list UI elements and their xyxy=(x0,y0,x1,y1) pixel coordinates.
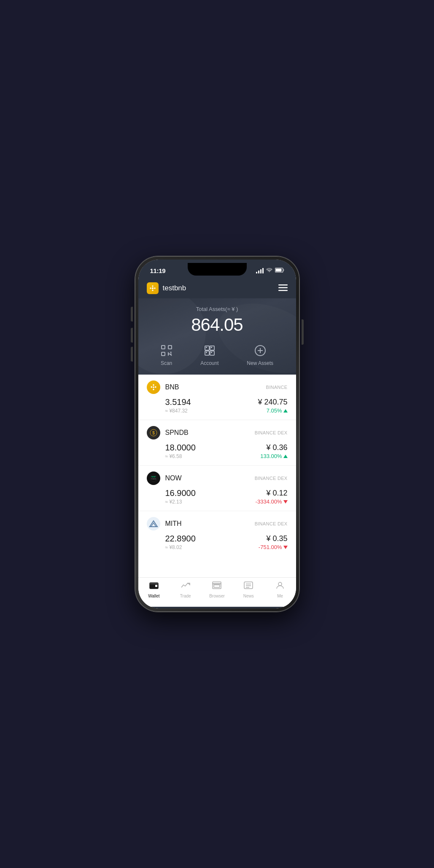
browser-icon xyxy=(212,581,221,592)
asset-item-now[interactable]: NOW TOKEN NOW BINANCE DEX 16.9000 ≈ ¥2.1… xyxy=(138,466,296,511)
trade-label: Trade xyxy=(180,594,191,598)
account-button[interactable]: Account xyxy=(200,345,218,366)
me-icon xyxy=(276,581,284,592)
svg-rect-1 xyxy=(275,268,281,271)
mith-cny: ≈ ¥8.02 xyxy=(165,544,196,550)
bnb-exchange: Binance xyxy=(266,385,288,390)
bnb-balance: 3.5194 xyxy=(165,397,191,407)
nav-news[interactable]: News xyxy=(233,581,264,598)
svg-rect-6 xyxy=(162,346,165,349)
svg-text:NOW: NOW xyxy=(151,476,156,478)
mith-change-arrow xyxy=(283,546,288,549)
spndb-change: 133.00% xyxy=(260,453,287,459)
svg-rect-34 xyxy=(214,585,220,587)
now-balance: 16.9000 xyxy=(165,488,196,498)
bnb-change: 7.05% xyxy=(258,407,287,414)
battery-icon xyxy=(275,268,284,274)
now-change: -3334.00% xyxy=(256,498,288,505)
svg-text:$: $ xyxy=(152,431,155,435)
total-amount: 864.05 xyxy=(147,315,288,335)
app-logo xyxy=(147,282,159,294)
spndb-icon: $ xyxy=(147,426,160,439)
new-assets-icon xyxy=(255,345,266,358)
svg-rect-17 xyxy=(206,347,207,348)
now-change-arrow xyxy=(283,500,288,504)
mith-change: -751.00% xyxy=(259,544,288,550)
account-name: testbnb xyxy=(163,284,186,292)
spndb-change-arrow xyxy=(283,455,288,458)
mith-price: ¥ 0.35 xyxy=(259,534,288,543)
wallet-label: Wallet xyxy=(148,594,159,598)
spndb-cny: ≈ ¥6.58 xyxy=(165,453,196,459)
account-icon xyxy=(204,345,215,358)
svg-rect-7 xyxy=(168,346,172,349)
spndb-price: ¥ 0.36 xyxy=(260,443,287,452)
svg-rect-5 xyxy=(278,290,288,291)
mith-balance: 22.8900 xyxy=(165,534,196,544)
svg-rect-31 xyxy=(155,585,157,587)
total-assets-label: Total Assets(≈ ¥ ) xyxy=(147,306,288,312)
svg-rect-19 xyxy=(206,352,207,353)
scan-button[interactable]: Scan xyxy=(161,345,172,366)
now-price: ¥ 0.12 xyxy=(256,489,288,498)
bnb-price: ¥ 240.75 xyxy=(258,398,287,407)
mith-name: MITH xyxy=(165,520,182,528)
bnb-change-arrow xyxy=(283,409,288,413)
browser-label: Browser xyxy=(209,594,225,598)
svg-rect-2 xyxy=(283,269,284,271)
nav-browser[interactable]: Browser xyxy=(201,581,233,598)
svg-point-21 xyxy=(255,346,265,356)
wifi-icon xyxy=(266,268,272,274)
svg-rect-30 xyxy=(150,583,158,584)
home-indicator xyxy=(138,607,296,608)
menu-button[interactable] xyxy=(278,284,288,292)
app-header: testbnb xyxy=(138,278,296,298)
svg-rect-33 xyxy=(213,582,221,584)
status-icons xyxy=(256,268,284,274)
svg-rect-3 xyxy=(278,284,288,286)
scan-icon xyxy=(161,345,172,358)
svg-rect-4 xyxy=(278,287,288,289)
now-icon: NOW TOKEN xyxy=(147,472,160,485)
news-icon xyxy=(244,581,253,592)
nav-me[interactable]: Me xyxy=(264,581,296,598)
new-assets-label: New Assets xyxy=(247,360,273,366)
news-label: News xyxy=(243,594,254,598)
scan-label: Scan xyxy=(161,360,172,366)
asset-item-spndb[interactable]: $ SPNDB BINANCE DEX 18.0000 ≈ ¥6.58 ¥ 0.… xyxy=(138,420,296,466)
trade-icon xyxy=(181,581,190,592)
bnb-name: BNB xyxy=(165,383,179,391)
hero-section: Total Assets(≈ ¥ ) 864.05 xyxy=(138,298,296,375)
mith-icon xyxy=(147,517,160,530)
bottom-nav: Wallet Trade xyxy=(138,577,296,607)
svg-rect-8 xyxy=(162,352,165,356)
header-left: testbnb xyxy=(147,282,186,294)
bnb-cny: ≈ ¥847.32 xyxy=(165,408,191,414)
now-exchange: BINANCE DEX xyxy=(255,476,288,481)
asset-list: BNB Binance 3.5194 ≈ ¥847.32 ¥ 240.75 7.… xyxy=(138,375,296,577)
spndb-name: SPNDB xyxy=(165,429,189,437)
mith-exchange: BINANCE DEX xyxy=(255,521,288,526)
signal-icon xyxy=(256,268,264,273)
hero-actions: Scan xyxy=(147,343,288,366)
spndb-balance: 18.0000 xyxy=(165,443,196,453)
svg-rect-20 xyxy=(211,352,212,353)
bnb-icon xyxy=(147,380,160,394)
wallet-icon xyxy=(149,581,159,592)
svg-text:TOKEN: TOKEN xyxy=(151,478,156,480)
new-assets-button[interactable]: New Assets xyxy=(247,345,273,366)
status-time: 11:19 xyxy=(150,267,166,274)
asset-item-mith[interactable]: MITH BINANCE DEX 22.8900 ≈ ¥8.02 ¥ 0.35 … xyxy=(138,511,296,556)
svg-line-12 xyxy=(170,354,172,356)
nav-wallet[interactable]: Wallet xyxy=(138,581,170,598)
now-name: NOW xyxy=(165,474,182,482)
me-label: Me xyxy=(277,594,283,598)
nav-trade[interactable]: Trade xyxy=(170,581,201,598)
svg-rect-18 xyxy=(211,347,212,348)
account-label: Account xyxy=(200,360,218,366)
asset-item-bnb[interactable]: BNB Binance 3.5194 ≈ ¥847.32 ¥ 240.75 7.… xyxy=(138,375,296,420)
spndb-exchange: BINANCE DEX xyxy=(255,430,288,435)
now-cny: ≈ ¥2.13 xyxy=(165,499,196,505)
svg-point-39 xyxy=(278,582,282,586)
